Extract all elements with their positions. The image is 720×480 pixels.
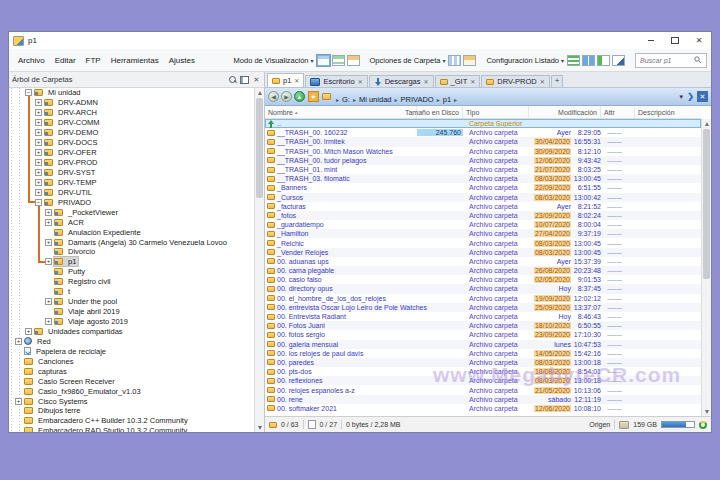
tree-scroll-up-icon[interactable] [255, 88, 264, 97]
tree-item[interactable]: Canciones [9, 356, 255, 366]
expand-icon[interactable]: + [15, 398, 22, 405]
column-header-attr[interactable]: Attr [601, 106, 635, 118]
file-row[interactable]: 00. galeria mensualArchivo carpetalunes1… [265, 340, 701, 349]
list-rows-icon[interactable] [567, 55, 580, 66]
tree-item[interactable]: −PRIVADO [9, 197, 255, 207]
expand-icon[interactable]: + [45, 258, 52, 265]
file-row[interactable]: 00. pts-dosArchivo carpeta18/08/20208:54… [265, 367, 701, 376]
tree-item[interactable]: Anulación Expediente [9, 227, 255, 237]
column-header-tamaño-en-disco[interactable]: Tamaño en Disco [417, 106, 463, 118]
file-row[interactable]: _fotosArchivo carpeta23/09/20208:02:24--… [265, 211, 701, 220]
list-details-icon[interactable] [597, 55, 610, 66]
file-row[interactable]: _Vender RelojesArchivo carpeta08/03/2020… [265, 248, 701, 257]
tree-scrollbar[interactable] [254, 88, 264, 432]
tree-item[interactable]: +Under the pool [9, 297, 255, 307]
tree-item[interactable]: Casio Screen Receiver [9, 376, 255, 386]
tree-item[interactable]: +DRV-COMM [9, 118, 255, 128]
search-input[interactable] [638, 56, 694, 65]
menu-item-archivo[interactable]: Archivo [13, 56, 50, 65]
tab-close-icon[interactable]: ✕ [424, 78, 429, 85]
file-row[interactable]: 00. reflexionesArchivo carpeta08/03/2020… [265, 376, 701, 385]
title-bar[interactable]: p1 ✕ [9, 32, 711, 49]
expand-icon[interactable]: + [45, 239, 52, 246]
file-row[interactable]: 00. entrevista Oscar Lojo Leiro de Pole … [265, 303, 701, 312]
expand-icon[interactable]: + [35, 159, 42, 166]
tree-item[interactable]: Papelera de reciclaje [9, 346, 255, 356]
file-row[interactable]: _RelchicArchivo carpeta08/03/202013:00:4… [265, 238, 701, 247]
tree-item[interactable]: +p1 [9, 257, 255, 267]
expand-icon[interactable]: + [15, 338, 22, 345]
expand-icon[interactable]: + [25, 328, 32, 335]
view-thumbnails-icon[interactable] [347, 55, 360, 66]
list-columns-icon[interactable] [582, 55, 595, 66]
tree-item[interactable]: Embarcadero C++ Builder 10.3.2 Community [9, 416, 255, 426]
maximize-button[interactable] [663, 32, 687, 49]
file-row[interactable]: 00. casio falsoArchivo carpeta02/05/2020… [265, 275, 701, 284]
minimize-button[interactable] [639, 32, 663, 49]
tab-close-icon[interactable]: ✕ [358, 78, 363, 85]
toolbar-dropdown-label[interactable]: Modo de Visualización [234, 56, 309, 65]
menu-item-editar[interactable]: Editar [50, 56, 81, 65]
expand-icon[interactable]: + [35, 179, 42, 186]
tree-scroll-down-icon[interactable] [255, 423, 264, 432]
tab-escritorio[interactable]: Escritorio✕ [305, 75, 367, 87]
file-row[interactable]: _CursosArchivo carpeta08/03/202013:00:42… [265, 193, 701, 202]
tree-item[interactable]: +ACR [9, 217, 255, 227]
tree-item[interactable]: +DRV-SYST [9, 168, 255, 178]
file-row[interactable]: 00. directory opusArchivo carpetaHoy8:37… [265, 284, 701, 293]
tab-drv-prod[interactable]: DRV-PROD✕ [481, 75, 549, 87]
expand-icon[interactable]: + [35, 119, 42, 126]
expand-icon[interactable]: + [45, 298, 52, 305]
tree-item[interactable]: +DRV-DEMO [9, 128, 255, 138]
tree-item[interactable]: Dibujos terre [9, 406, 255, 416]
tree-item[interactable]: Viaje abril 2019 [9, 307, 255, 317]
file-row[interactable]: _guardatiempoArchivo carpeta10/07/20208:… [265, 220, 701, 229]
file-row[interactable]: 00. los relojes de paul davisArchivo car… [265, 349, 701, 358]
favorites-button[interactable]: ★ [308, 91, 319, 102]
tree-close-icon[interactable]: ✕ [252, 75, 261, 84]
file-row[interactable]: __TRASH_00. 160232245.760Archivo carpeta… [265, 128, 701, 137]
column-header-tipo[interactable]: Tipo [463, 106, 529, 118]
tree-item[interactable]: Putty [9, 267, 255, 277]
file-row[interactable]: _HamiltonArchivo carpeta27/04/20209:37:1… [265, 229, 701, 238]
file-row[interactable]: ..Carpeta Superior [265, 119, 701, 128]
breadcrumb-segment[interactable]: Mi unidad [358, 95, 393, 104]
tree-item[interactable]: t [9, 287, 255, 297]
tree-item[interactable]: −Mi unidad [9, 88, 255, 98]
menu-item-ajustes[interactable]: Ajustes [164, 56, 200, 65]
file-row[interactable]: 00. softmaker 2021Archivo carpeta12/06/2… [265, 404, 701, 413]
tree-item[interactable]: +Unidades compartidas [9, 327, 255, 337]
expand-icon[interactable]: + [35, 189, 42, 196]
file-row[interactable]: 00. reneArchivo carpetasábado12:11:19---… [265, 395, 701, 404]
file-row[interactable]: 00. Entrevista RadiantArchivo carpetaHoy… [265, 312, 701, 321]
list-scroll-up-icon[interactable] [702, 119, 711, 128]
tab-descargas[interactable]: Descargas✕ [369, 75, 434, 87]
tree-dock-icon[interactable] [240, 75, 249, 84]
tab-close-icon[interactable]: ✕ [540, 78, 545, 85]
refresh-icon[interactable] [699, 421, 707, 429]
collapse-icon[interactable]: − [25, 89, 32, 96]
tree-item[interactable]: +Damaris (Angela) 30 Carmelo Venezuela L… [9, 237, 255, 247]
list-scroll-thumb[interactable] [703, 129, 710, 279]
view-horizontal-icon[interactable] [332, 55, 345, 66]
file-row[interactable]: __TRASH_00. Mitch Mason WatchesArchivo c… [265, 147, 701, 156]
tab-close-icon[interactable]: ✕ [294, 77, 299, 84]
column-header-descripción[interactable]: Descripción [635, 106, 701, 118]
file-row[interactable]: __TRASH_00. tudor pelagosArchivo carpeta… [265, 156, 701, 165]
tree-item[interactable]: Registro civil [9, 277, 255, 287]
file-row[interactable]: 00. cama plegableArchivo carpeta26/08/20… [265, 266, 701, 275]
expand-icon[interactable]: + [35, 169, 42, 176]
file-row[interactable]: 00. paredesArchivo carpeta08/03/202013:0… [265, 358, 701, 367]
forward-button[interactable]: ▶ [281, 91, 292, 102]
expand-icon[interactable]: + [35, 139, 42, 146]
tree-item[interactable]: +DRV-OFER [9, 148, 255, 158]
tree-item[interactable]: Divorcio [9, 247, 255, 257]
toolbar-dropdown-label[interactable]: Opciones de Carpeta [370, 56, 441, 65]
list-scrollbar[interactable] [701, 119, 711, 416]
search-box[interactable] [635, 53, 707, 68]
tree-item[interactable]: +DRV-DOCS [9, 138, 255, 148]
view-details-icon[interactable] [317, 55, 330, 66]
tree-item[interactable]: +DRV-TEMP [9, 177, 255, 187]
up-button[interactable]: ▲ [294, 91, 305, 102]
tree-item[interactable]: +Cisco Systems [9, 396, 255, 406]
